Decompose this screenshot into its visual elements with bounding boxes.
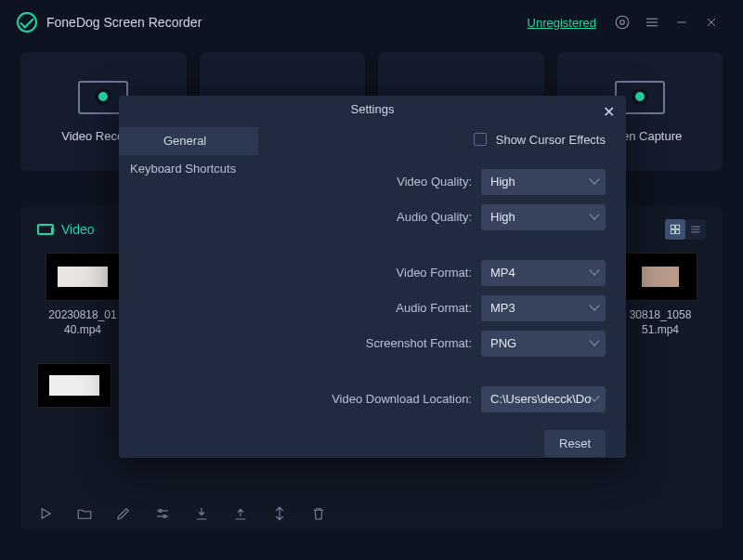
audio-format-select[interactable]: MP3 (481, 295, 606, 321)
setting-label: Audio Format: (396, 301, 472, 315)
file-name: 30818_1058 51.mp4 (630, 308, 692, 337)
modal-header: Settings ✕ (119, 96, 626, 124)
chevron-down-icon (589, 174, 599, 184)
trash-icon[interactable] (310, 505, 327, 522)
chevron-down-icon (589, 265, 599, 275)
sliders-icon[interactable] (154, 505, 171, 522)
video-format-select[interactable]: MP4 (481, 260, 606, 286)
select-value: High (490, 175, 515, 189)
thumbnail (46, 253, 120, 301)
modal-title: Settings (351, 102, 395, 116)
select-value: MP3 (490, 301, 515, 315)
app-window: FoneDog Screen Recorder Unregistered Vid… (0, 0, 743, 560)
compress-icon[interactable] (271, 505, 288, 522)
reset-button[interactable]: Reset (544, 430, 606, 457)
video-camera-icon (37, 224, 54, 235)
select-value: MP4 (490, 266, 515, 280)
library-toolbar (37, 505, 327, 522)
settings-tab-general[interactable]: General (119, 127, 258, 155)
select-value: C:\Users\decck\Do (490, 392, 591, 406)
library-item[interactable]: 20230818_01 40.mp4 (37, 253, 128, 337)
setting-label: Video Format: (397, 266, 472, 280)
close-icon[interactable] (702, 13, 721, 32)
svg-rect-8 (671, 225, 674, 228)
app-logo-icon (17, 12, 37, 33)
modal-sidebar: General Keyboard Shortcuts (119, 124, 258, 412)
edit-icon[interactable] (115, 505, 132, 522)
select-value: PNG (490, 336, 516, 350)
svg-point-1 (616, 16, 629, 29)
setting-label: Video Download Location: (332, 392, 472, 406)
settings-modal: Settings ✕ General Keyboard Shortcuts Sh… (119, 96, 626, 458)
download-icon[interactable] (193, 505, 210, 522)
svg-rect-9 (676, 225, 680, 228)
chevron-down-icon (589, 209, 599, 219)
setting-label: Screenshot Format: (366, 336, 472, 350)
svg-point-0 (620, 20, 625, 25)
file-name: 20230818_01 40.mp4 (48, 308, 116, 337)
thumbnail (623, 253, 697, 301)
share-icon[interactable] (232, 505, 249, 522)
audio-quality-select[interactable]: High (481, 204, 606, 230)
grid-view-button[interactable] (665, 219, 685, 240)
setting-label: Video Quality: (397, 175, 472, 189)
download-location-row: Video Download Location: C:\Users\decck\… (258, 386, 606, 412)
settings-tab-shortcuts[interactable]: Keyboard Shortcuts (119, 155, 258, 183)
chevron-down-icon (589, 300, 599, 310)
modal-body: General Keyboard Shortcuts Show Cursor E… (119, 124, 626, 412)
library-item[interactable]: 30818_1058 51.mp4 (615, 253, 706, 337)
modal-close-icon[interactable]: ✕ (603, 103, 615, 121)
cursor-effects-checkbox[interactable] (474, 133, 487, 146)
library-tab-label: Video (61, 222, 95, 237)
screenshot-format-select[interactable]: PNG (481, 331, 606, 357)
video-quality-row: Video Quality: High (258, 169, 606, 195)
audio-format-row: Audio Format: MP3 (258, 295, 606, 321)
menu-icon[interactable] (643, 13, 661, 32)
titlebar: FoneDog Screen Recorder Unregistered (0, 0, 743, 45)
play-icon[interactable] (37, 505, 54, 522)
svg-rect-10 (671, 230, 674, 234)
unregistered-link[interactable]: Unregistered (528, 16, 596, 30)
download-location-select[interactable]: C:\Users\decck\Do (481, 386, 606, 412)
view-toggle (665, 219, 706, 240)
svg-marker-15 (42, 509, 50, 519)
settings-gear-icon[interactable] (613, 13, 632, 32)
library-tab-video[interactable]: Video (37, 222, 95, 237)
modal-content: Show Cursor Effects Video Quality: High … (258, 124, 626, 412)
cursor-effects-label: Show Cursor Effects (496, 133, 606, 147)
select-value: High (490, 210, 515, 224)
svg-rect-11 (676, 230, 680, 234)
screenshot-format-row: Screenshot Format: PNG (258, 331, 606, 357)
folder-icon[interactable] (76, 505, 93, 522)
video-format-row: Video Format: MP4 (258, 260, 606, 286)
video-quality-select[interactable]: High (481, 169, 606, 195)
minimize-icon[interactable] (672, 13, 691, 32)
chevron-down-icon (589, 335, 599, 345)
audio-quality-row: Audio Quality: High (258, 204, 606, 230)
app-title: FoneDog Screen Recorder (46, 15, 528, 30)
thumbnail[interactable] (37, 363, 111, 408)
setting-label: Audio Quality: (397, 210, 472, 224)
list-view-button[interactable] (685, 219, 706, 240)
cursor-effects-row: Show Cursor Effects (258, 133, 606, 147)
